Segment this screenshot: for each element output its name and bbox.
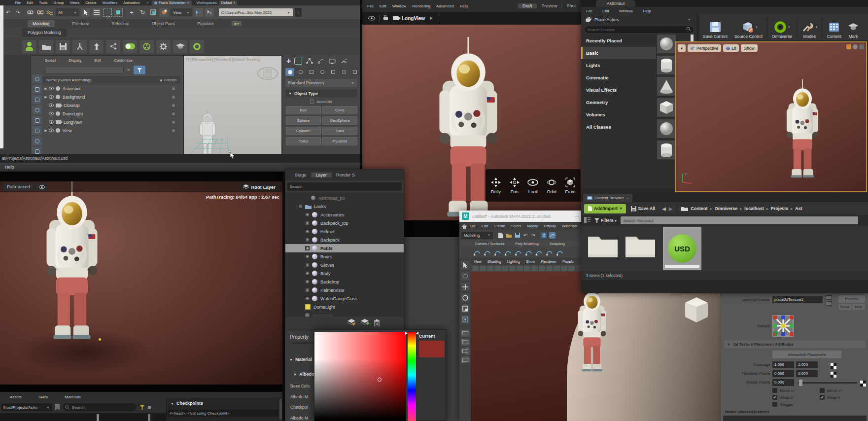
panel-tab[interactable]: Stage bbox=[290, 173, 311, 177]
layer-tree-row[interactable]: +Pants bbox=[285, 244, 404, 252]
redo-icon[interactable]: ↷ bbox=[530, 232, 536, 239]
bookmark-icon[interactable] bbox=[55, 404, 60, 411]
select-by-name-icon[interactable] bbox=[92, 8, 101, 17]
shelf-tab[interactable]: Curves / Surfaces bbox=[472, 242, 508, 246]
delete-trash-icon[interactable] bbox=[374, 319, 380, 328]
expand-icon[interactable]: + bbox=[305, 221, 310, 225]
menu-item[interactable]: Help bbox=[640, 9, 654, 13]
actor-category[interactable]: Geometry bbox=[581, 96, 656, 108]
menu-item[interactable]: Edit bbox=[479, 224, 491, 228]
explorer-filter-icon[interactable] bbox=[32, 74, 42, 83]
panel-menu-item[interactable]: View bbox=[471, 259, 485, 264]
primitive-button[interactable]: GeoSphere bbox=[322, 116, 357, 125]
reference-coordinate-icon[interactable] bbox=[160, 8, 169, 17]
shelf-tab[interactable]: Poly Modeling bbox=[513, 242, 542, 246]
primitive-button[interactable]: Cylinder bbox=[286, 127, 321, 135]
actor-category[interactable]: Volumes bbox=[581, 108, 656, 121]
viewport-options-button[interactable]: ▾ bbox=[678, 44, 686, 52]
ribbon-tab[interactable]: Modeling bbox=[28, 20, 55, 27]
save-scene-icon[interactable] bbox=[514, 232, 521, 239]
menu-item[interactable]: Modifiers bbox=[100, 0, 120, 5]
helpers-icon[interactable] bbox=[329, 68, 338, 76]
maya-titlebar[interactable]: M untitled* - Autodesk MAYA 2022.1: unti… bbox=[459, 210, 581, 222]
scene-explorer-row[interactable]: ▶View bbox=[43, 126, 180, 135]
merge-icon[interactable] bbox=[72, 40, 87, 53]
save-all-button[interactable]: Save All bbox=[631, 206, 656, 211]
layer-tree-row[interactable]: Astronaut_po bbox=[285, 194, 404, 202]
shelf-tool-icon[interactable] bbox=[483, 248, 491, 257]
ribbon-tab[interactable]: Object Paint bbox=[147, 20, 179, 27]
graduation-cap-icon[interactable] bbox=[173, 40, 187, 53]
show-button[interactable]: Show bbox=[838, 304, 851, 310]
primitive-button[interactable]: Cone bbox=[322, 106, 357, 114]
render-mode-tab[interactable]: Phot bbox=[561, 3, 580, 8]
filter-funnel-icon[interactable] bbox=[139, 403, 145, 412]
albedo-section[interactable]: ▼Albedo bbox=[293, 372, 314, 377]
insert-sublayer-icon[interactable] bbox=[347, 319, 356, 328]
rotate-tool-icon[interactable] bbox=[461, 293, 470, 302]
lasso-tool-icon[interactable] bbox=[461, 272, 470, 281]
render-mode-button[interactable]: Path-traced bbox=[3, 183, 34, 191]
layer-tree-row[interactable]: +Backdrop bbox=[285, 278, 404, 286]
explorer-search-input[interactable] bbox=[45, 66, 124, 74]
menu-item[interactable]: Rendering bbox=[409, 4, 433, 8]
menu-item[interactable]: File bbox=[583, 9, 595, 13]
camera-speed-icon[interactable] bbox=[853, 44, 858, 49]
show-button[interactable]: Show bbox=[741, 44, 757, 52]
texture-map-button[interactable] bbox=[831, 362, 836, 371]
shelf-tool-icon[interactable] bbox=[503, 248, 512, 257]
layer-tree-row[interactable]: +WatchGaugeGlass bbox=[285, 294, 404, 303]
actor-category[interactable]: Lights bbox=[581, 59, 656, 71]
perspective-button[interactable]: Perspective bbox=[688, 44, 721, 52]
asset-folder[interactable] bbox=[587, 233, 619, 260]
forward-arrow-icon[interactable]: ▶ bbox=[669, 206, 673, 211]
omniverse-button[interactable]: ▾Omniverse bbox=[772, 15, 792, 39]
menu-item[interactable]: Display bbox=[541, 224, 559, 228]
menu-item[interactable]: Edit bbox=[599, 9, 612, 13]
menu-overflow[interactable]: » bbox=[147, 0, 149, 5]
geometry-icon[interactable] bbox=[285, 68, 294, 76]
actor-thumbnail-cylinder[interactable] bbox=[657, 140, 676, 159]
panel-bar-icon[interactable] bbox=[517, 266, 523, 271]
browser-tab[interactable]: Materials bbox=[62, 395, 84, 399]
shelf-tool-icon[interactable] bbox=[493, 248, 502, 257]
actor-thumbnail-cylinder[interactable] bbox=[657, 56, 676, 74]
breadcrumb-item[interactable]: Ast bbox=[795, 206, 802, 211]
menu-item[interactable]: File bbox=[12, 0, 24, 5]
visibility-eye-icon[interactable] bbox=[49, 120, 54, 124]
presets-button[interactable]: Presets bbox=[838, 295, 865, 303]
notes-box[interactable] bbox=[723, 416, 867, 421]
mirror-icon[interactable] bbox=[194, 8, 203, 17]
ribbon-camera-icon[interactable]: ▣ ▾ bbox=[232, 21, 242, 26]
shelf-tool-icon[interactable] bbox=[514, 248, 522, 257]
unlink-icon[interactable] bbox=[36, 8, 44, 16]
snap-icon[interactable] bbox=[846, 44, 851, 49]
mirror-v-checkbox[interactable]: Mirror V bbox=[820, 388, 841, 393]
panel-menu-item[interactable]: Renderer bbox=[538, 259, 559, 264]
explorer-filter-icon[interactable] bbox=[32, 85, 42, 94]
browser-tab[interactable]: Assets bbox=[7, 395, 25, 399]
render-mode-tab[interactable]: Preview bbox=[536, 3, 561, 8]
rotate-tool-icon[interactable]: ↻ bbox=[138, 8, 147, 17]
shelf-tool-icon[interactable] bbox=[524, 248, 533, 257]
content-search-input[interactable]: Search Astronaut bbox=[621, 216, 858, 224]
max-viewport[interactable]: [+] [Perspective] [Standard] [Default Sh… bbox=[183, 55, 282, 163]
home-icon[interactable] bbox=[462, 222, 467, 231]
node-name-field[interactable]: place2dTexture1 bbox=[772, 296, 823, 303]
move-tool-icon[interactable]: + bbox=[127, 8, 136, 17]
ue-viewport[interactable]: ▾ Perspective Lit Show Y bbox=[675, 41, 867, 192]
texture-map-button[interactable] bbox=[831, 371, 836, 380]
arnold-ring-icon[interactable] bbox=[190, 40, 204, 53]
texture-map-button[interactable] bbox=[860, 380, 866, 388]
layer-tree-row[interactable]: +Backpack bbox=[285, 236, 404, 244]
panel-bar-icon[interactable] bbox=[554, 266, 560, 271]
visibility-eye-icon[interactable] bbox=[49, 104, 54, 107]
hierarchy-icon[interactable] bbox=[306, 58, 313, 65]
viewcube-gizmo[interactable] bbox=[257, 63, 278, 84]
menu-item[interactable]: Create bbox=[491, 224, 508, 228]
breadcrumb-item[interactable]: localhost bbox=[744, 206, 764, 211]
layout-button[interactable] bbox=[461, 339, 470, 346]
bind-spacewarp-icon[interactable] bbox=[46, 8, 54, 16]
create-sublayer-icon[interactable] bbox=[360, 319, 369, 328]
select-link-icon[interactable] bbox=[26, 8, 34, 16]
